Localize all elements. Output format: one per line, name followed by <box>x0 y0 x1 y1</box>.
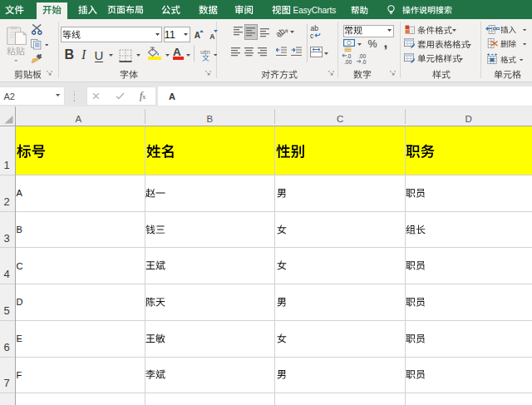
svg-text:.00: .00 <box>344 59 352 64</box>
svg-text:.00: .00 <box>358 53 366 59</box>
svg-text:.0: .0 <box>362 59 367 64</box>
svg-text:.0: .0 <box>347 53 352 59</box>
